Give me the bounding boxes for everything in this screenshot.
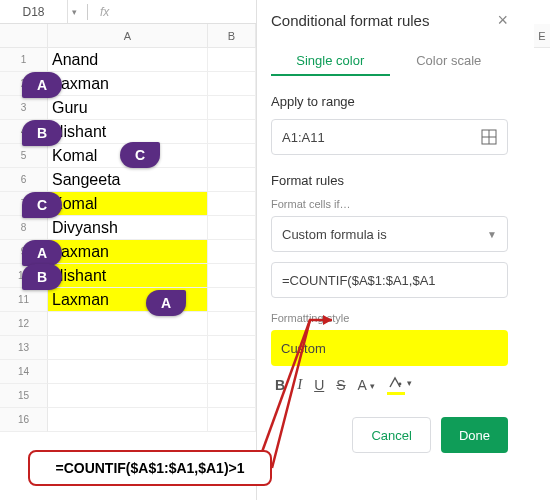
fx-label: fx: [94, 5, 109, 19]
range-value: A1:A11: [282, 130, 325, 145]
strike-button[interactable]: S: [336, 377, 345, 393]
italic-button[interactable]: I: [297, 376, 302, 393]
cancel-button[interactable]: Cancel: [352, 417, 430, 453]
dropdown-icon[interactable]: ▾: [68, 7, 81, 17]
col-header-b[interactable]: B: [208, 24, 256, 48]
cell-b[interactable]: [208, 360, 256, 384]
formatting-style-label: Formatting style: [271, 312, 508, 324]
tab-color-scale[interactable]: Color scale: [390, 47, 509, 76]
grid-select-icon[interactable]: [481, 129, 497, 145]
cell-b[interactable]: [208, 264, 256, 288]
table-row[interactable]: 16: [0, 408, 256, 432]
table-row[interactable]: 13: [0, 336, 256, 360]
panel-buttons: Cancel Done: [271, 417, 508, 453]
row-header[interactable]: 3: [0, 96, 48, 120]
row-header[interactable]: 8: [0, 216, 48, 240]
formula-bar: D18 ▾ fx: [0, 0, 256, 24]
custom-formula-input[interactable]: =COUNTIF($A$1:$A1,$A1: [271, 262, 508, 298]
done-button[interactable]: Done: [441, 417, 508, 453]
cell-b[interactable]: [208, 384, 256, 408]
select-all-corner[interactable]: [0, 24, 48, 48]
svg-point-3: [399, 383, 402, 386]
cell-a[interactable]: Sangeeta: [48, 168, 208, 192]
cell-reference[interactable]: D18: [0, 0, 68, 23]
cell-b[interactable]: [208, 120, 256, 144]
table-row[interactable]: 6Sangeeta: [0, 168, 256, 192]
table-row[interactable]: 3Guru: [0, 96, 256, 120]
cell-b[interactable]: [208, 336, 256, 360]
row-header[interactable]: 14: [0, 360, 48, 384]
row-header[interactable]: 5: [0, 144, 48, 168]
underline-button[interactable]: U: [314, 377, 324, 393]
cell-a[interactable]: [48, 384, 208, 408]
annotation-badge: B: [22, 264, 62, 290]
annotation-badge: A: [22, 240, 62, 266]
cell-a[interactable]: Nishant: [48, 120, 208, 144]
table-row[interactable]: 8Divyansh: [0, 216, 256, 240]
cell-a[interactable]: Komal: [48, 192, 208, 216]
tab-single-color[interactable]: Single color: [271, 47, 390, 76]
conditional-format-panel: Conditional format rules × Single color …: [256, 0, 522, 500]
format-condition-select[interactable]: Custom formula is ▼: [271, 216, 508, 252]
col-header-e[interactable]: E: [534, 24, 550, 48]
row-header[interactable]: 11: [0, 288, 48, 312]
divider: [87, 4, 88, 20]
format-toolbar: B I U S A ▾ ▾: [271, 372, 508, 397]
table-row[interactable]: 15: [0, 384, 256, 408]
custom-formula-value: =COUNTIF($A$1:$A1,$A1: [282, 273, 436, 288]
cell-a[interactable]: Laxman: [48, 72, 208, 96]
cell-b[interactable]: [208, 288, 256, 312]
panel-tabs: Single color Color scale: [271, 47, 508, 76]
cell-b[interactable]: [208, 72, 256, 96]
bold-button[interactable]: B: [275, 377, 285, 393]
cell-a[interactable]: [48, 408, 208, 432]
cell-a[interactable]: Guru: [48, 96, 208, 120]
close-icon[interactable]: ×: [497, 10, 508, 31]
annotation-badge: A: [22, 72, 62, 98]
cell-b[interactable]: [208, 312, 256, 336]
cell-a[interactable]: Nishant: [48, 264, 208, 288]
apply-to-range-label: Apply to range: [271, 94, 508, 109]
table-row[interactable]: 14: [0, 360, 256, 384]
table-row[interactable]: 12: [0, 312, 256, 336]
chevron-down-icon: ▼: [487, 229, 497, 240]
panel-title-text: Conditional format rules: [271, 12, 429, 29]
range-input[interactable]: A1:A11: [271, 119, 508, 155]
style-preview[interactable]: Custom: [271, 330, 508, 366]
annotation-badge: C: [120, 142, 160, 168]
row-header[interactable]: 1: [0, 48, 48, 72]
cell-b[interactable]: [208, 144, 256, 168]
style-preview-text: Custom: [281, 341, 326, 356]
cell-b[interactable]: [208, 408, 256, 432]
row-header[interactable]: 12: [0, 312, 48, 336]
fill-color-button[interactable]: ▾: [387, 376, 405, 393]
cell-b[interactable]: [208, 48, 256, 72]
cell-b[interactable]: [208, 216, 256, 240]
cell-b[interactable]: [208, 240, 256, 264]
panel-title: Conditional format rules ×: [271, 10, 508, 31]
cell-a[interactable]: [48, 360, 208, 384]
format-condition-value: Custom formula is: [282, 227, 387, 242]
formula-callout: =COUNTIF($A$1:$A1,$A1)>1: [28, 450, 272, 486]
cell-a[interactable]: Anand: [48, 48, 208, 72]
cell-a[interactable]: Laxman: [48, 240, 208, 264]
cell-a[interactable]: Divyansh: [48, 216, 208, 240]
annotation-badge: A: [146, 290, 186, 316]
row-header[interactable]: 6: [0, 168, 48, 192]
row-header[interactable]: 15: [0, 384, 48, 408]
cell-b[interactable]: [208, 192, 256, 216]
cell-b[interactable]: [208, 96, 256, 120]
cell-a[interactable]: [48, 336, 208, 360]
table-row[interactable]: 11Laxman: [0, 288, 256, 312]
formula-callout-text: =COUNTIF($A$1:$A1,$A1)>1: [55, 460, 244, 476]
text-color-button[interactable]: A ▾: [358, 377, 375, 393]
cell-b[interactable]: [208, 168, 256, 192]
cell-a[interactable]: [48, 312, 208, 336]
annotation-badge: C: [22, 192, 62, 218]
col-header-a[interactable]: A: [48, 24, 208, 48]
row-header[interactable]: 13: [0, 336, 48, 360]
row-header[interactable]: 16: [0, 408, 48, 432]
table-row[interactable]: 1Anand: [0, 48, 256, 72]
format-cells-if-label: Format cells if…: [271, 198, 508, 210]
format-rules-label: Format rules: [271, 173, 508, 188]
